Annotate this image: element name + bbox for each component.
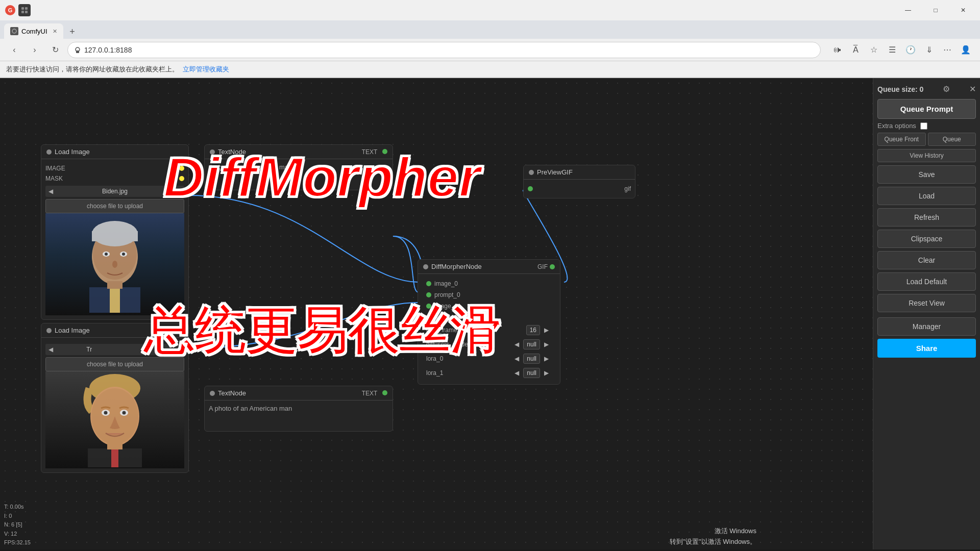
status-i: I: 0 (4, 512, 31, 521)
preview-gif-dot (529, 170, 534, 175)
gif-port (528, 186, 533, 191)
lock-icon (74, 46, 81, 54)
reload-button[interactable]: ↻ (47, 42, 63, 58)
upload-btn-2[interactable]: choose file to upload (45, 357, 184, 371)
diffusers-model-next[interactable]: ▶ (541, 340, 552, 349)
num-frames-increase[interactable]: ▶ (541, 325, 552, 335)
canvas-area[interactable]: Load Image IMAGE MASK ◀ Biden.jpg ▶ choo… (0, 78, 873, 549)
load-default-button[interactable]: Load Default (877, 272, 976, 291)
text-output-label-2: TEXT (362, 390, 378, 397)
active-tab[interactable]: ComfyUI ✕ (4, 23, 63, 39)
tab-title: ComfyUI (21, 28, 47, 35)
minimize-button[interactable]: — (896, 3, 920, 18)
text-node-dot-2 (210, 391, 215, 396)
lora0-label: lora_0 (426, 355, 443, 362)
history-icon[interactable]: 🕐 (902, 42, 919, 58)
share-button[interactable]: Share (877, 339, 976, 358)
lora1-field: lora_1 ◀ null ▶ (422, 366, 556, 380)
image0-field: image_0 (422, 278, 556, 289)
immersive-reader-icon[interactable]: A̅ (847, 42, 864, 58)
address-bar: ‹ › ↻ 127.0.0.1:8188 🕪 A̅ ☆ ☰ 🕐 ⇓ ⋯ 👤 (0, 39, 980, 61)
prev-image-1[interactable]: ◀ (45, 187, 56, 196)
load-image-title-2: Load Image (55, 327, 90, 334)
load-button[interactable]: Load (877, 187, 976, 205)
preview-gif-body: gif (524, 180, 635, 198)
svg-point-14 (122, 253, 125, 256)
svg-rect-1 (25, 7, 28, 10)
new-tab-button[interactable]: + (65, 24, 80, 39)
prev-image-2[interactable]: ◀ (45, 345, 56, 354)
svg-rect-10 (92, 231, 138, 241)
favorites-icon[interactable]: ☆ (866, 42, 882, 58)
settings-icon[interactable]: ⚙ (943, 84, 950, 94)
extra-options-checkbox[interactable] (920, 122, 927, 130)
browser-logo: G (5, 5, 15, 15)
lora0-control: ◀ null ▶ (511, 354, 552, 364)
load-image-title-1: Load Image (55, 148, 90, 156)
clipspace-button[interactable]: Clipspace (877, 230, 976, 248)
prompt1-field: prompt_1 (422, 312, 556, 323)
queue-button[interactable]: Queue (928, 133, 976, 146)
win-activate-line1: 激活 Windows (670, 526, 756, 537)
clear-button[interactable]: Clear (877, 251, 976, 269)
save-button[interactable]: Save (877, 165, 976, 184)
win-activate-line2: 转到"设置"以激活 Windows。 (670, 537, 756, 547)
diffusers-model-value: null (523, 339, 540, 349)
address-text: 127.0.0.1:8188 (84, 46, 132, 54)
close-tab-icon[interactable]: ✕ (53, 28, 57, 35)
diffusers-model-prev[interactable]: ◀ (511, 340, 522, 349)
bookmarks-bar: 若要进行快速访问，请将你的网址收藏放在此收藏夹栏上。 立即管理收藏夹 (0, 61, 980, 78)
image0-label: image_0 (434, 280, 458, 287)
svg-point-24 (104, 411, 108, 414)
image1-field: image_1 (422, 300, 556, 312)
svg-rect-0 (21, 7, 24, 10)
gif-output-port (550, 264, 555, 269)
lora0-prev[interactable]: ◀ (511, 354, 522, 363)
back-button[interactable]: ‹ (6, 42, 22, 58)
preview-gif-header: PreViewGIF (524, 165, 635, 180)
text-node-title-2: TextNode (218, 389, 246, 397)
profile-icon[interactable]: 👤 (958, 42, 974, 58)
text-node-1: TextNode TEXT A photo of an American man (204, 144, 393, 190)
upload-btn-1[interactable]: choose file to upload (45, 199, 184, 213)
address-input[interactable]: 127.0.0.1:8188 (67, 42, 821, 58)
trump-image-preview (45, 371, 184, 468)
manager-button[interactable]: Manager (877, 317, 976, 336)
diffusers-model-label: diffusers_model (426, 341, 470, 348)
image-port (179, 166, 184, 171)
collections-icon[interactable]: ☰ (884, 42, 900, 58)
downloads-icon[interactable]: ⇓ (921, 42, 937, 58)
read-aloud-icon[interactable]: 🕪 (829, 42, 845, 58)
svg-point-15 (112, 261, 117, 268)
load-image-body-1: IMAGE MASK ◀ Biden.jpg ▶ choose file to … (41, 159, 188, 319)
queue-prompt-button[interactable]: Queue Prompt (877, 99, 976, 119)
maximize-button[interactable]: □ (924, 3, 947, 18)
bookmarks-manage-link[interactable]: 立即管理收藏夹 (183, 65, 229, 74)
extensions-icon[interactable] (18, 4, 31, 16)
num-frames-value: 16 (526, 325, 540, 335)
close-sidebar-icon[interactable]: ✕ (969, 84, 976, 94)
refresh-button[interactable]: Refresh (877, 208, 976, 227)
diffmorpher-title: DiffMorpherNode (431, 263, 482, 270)
text-content-1: A photo of an American man (205, 159, 393, 190)
text-node-title-1: TextNode (218, 148, 246, 156)
lora1-next[interactable]: ▶ (541, 368, 552, 378)
close-button[interactable]: ✕ (951, 3, 975, 18)
text-output-label-1: TEXT (362, 148, 378, 156)
queue-front-button[interactable]: Queue Front (877, 133, 926, 146)
text-node-header-1: TextNode TEXT (205, 145, 393, 159)
lora1-prev[interactable]: ◀ (511, 368, 522, 378)
prompt1-label: prompt_1 (434, 314, 460, 321)
next-image-1[interactable]: ▶ (174, 187, 184, 196)
lora1-label: lora_1 (426, 369, 443, 377)
svg-point-4 (12, 29, 16, 33)
lora0-next[interactable]: ▶ (541, 354, 552, 363)
view-history-row: View History (877, 149, 976, 162)
reset-view-button[interactable]: Reset View (877, 294, 976, 312)
view-history-button[interactable]: View History (877, 149, 976, 162)
gif-output-row: GIF (537, 263, 555, 270)
forward-button[interactable]: › (27, 42, 43, 58)
more-tools-icon[interactable]: ⋯ (939, 42, 955, 58)
windows-activation: 激活 Windows 转到"设置"以激活 Windows。 (666, 524, 761, 549)
num-frames-label: num_frames (426, 327, 460, 334)
